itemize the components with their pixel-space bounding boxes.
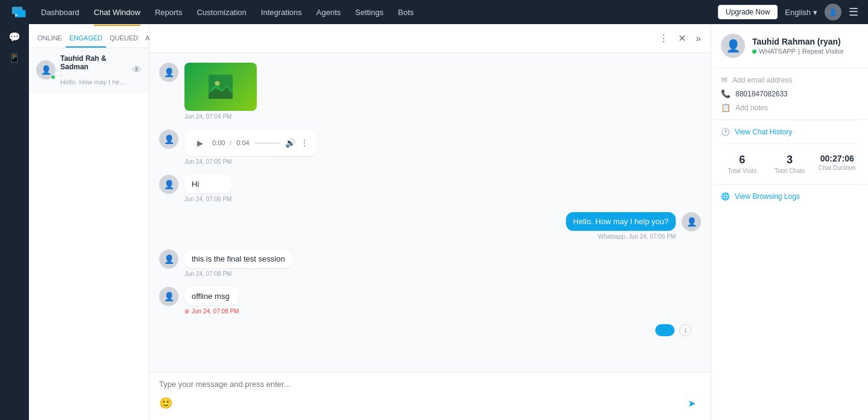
message-content-audio: ▶ 0:00 / 0:04 🔊 ⋮ Jun 24, 07:05 PM bbox=[184, 130, 317, 165]
sidebar-chat-icon[interactable]: 💬 bbox=[8, 31, 20, 43]
sender-avatar: 👤 bbox=[159, 63, 178, 82]
toolbar-more-icon[interactable]: ⋮ bbox=[656, 30, 671, 46]
visitor-name: Tauhid Rahman (ryan) bbox=[752, 37, 844, 46]
view-logs-label: View Browsing Logs bbox=[735, 192, 800, 201]
whatsapp-status-dot bbox=[752, 49, 756, 54]
message-test: 👤 this is the final test session Jun 24,… bbox=[159, 249, 701, 277]
nav-settings[interactable]: Settings bbox=[355, 5, 383, 19]
message-bubble-outgoing: Hello. How may I help you? bbox=[566, 212, 676, 231]
visitor-phone-row: 📞 8801847082633 bbox=[721, 89, 858, 98]
message-outgoing: 👤 Hello. How may I help you? Whatsapp, J… bbox=[159, 212, 701, 240]
audio-more-icon[interactable]: ⋮ bbox=[300, 138, 309, 148]
message-hi: 👤 Hi Jun 24, 07:06 PM bbox=[159, 175, 701, 202]
stats-section: 6 Total Visits 3 Total Chats 00:27:06 Ch… bbox=[711, 144, 868, 184]
total-chats-value: 3 bbox=[787, 154, 793, 166]
message-offline: 👤 offline msg ⊗ Jun 24, 07:08 PM bbox=[159, 287, 701, 315]
chat-list-tabs: ONLINE ENGAGED QUEUED AGENT bbox=[29, 24, 149, 48]
sender-avatar-hi: 👤 bbox=[159, 175, 178, 194]
nav-dashboard[interactable]: Dashboard bbox=[41, 5, 80, 19]
nav-bots[interactable]: Bots bbox=[398, 5, 414, 19]
user-avatar[interactable]: 👤 bbox=[825, 4, 841, 20]
chat-input-area: 🙂 ➤ bbox=[149, 372, 711, 420]
icon-sidebar: 💬 📱 bbox=[0, 24, 29, 420]
nav-agents[interactable]: Agents bbox=[316, 5, 341, 19]
logs-icon: 🌐 bbox=[721, 192, 730, 201]
message-content-offline: offline msg ⊗ Jun 24, 07:08 PM bbox=[184, 287, 239, 315]
phone-icon: 📞 bbox=[721, 89, 731, 98]
chat-item-preview: - bbox=[60, 71, 127, 78]
chat-main-area: ⋮ ✕ » 👤 Jun 24, 07:04 PM bbox=[149, 24, 711, 420]
language-label: English bbox=[785, 8, 811, 17]
message-content-image: Jun 24, 07:04 PM bbox=[184, 63, 257, 120]
message-outgoing-time: Whatsapp, Jun 24, 07:06 PM bbox=[566, 233, 676, 240]
sender-avatar-test: 👤 bbox=[159, 249, 178, 269]
view-chat-history-btn[interactable]: 🕐 View Chat History bbox=[711, 121, 868, 143]
message-time: Jun 24, 07:04 PM bbox=[184, 113, 257, 120]
audio-duration: 0:04 bbox=[236, 139, 249, 146]
sidebar-whatsapp-icon[interactable]: 📱 bbox=[8, 52, 20, 64]
visitor-avatar: 👤 bbox=[721, 34, 745, 58]
visitor-email-placeholder[interactable]: Add email address bbox=[732, 76, 792, 84]
view-browsing-logs-btn[interactable]: 🌐 View Browsing Logs bbox=[711, 185, 868, 208]
audio-progress-bar[interactable] bbox=[254, 142, 280, 144]
tab-queued[interactable]: QUEUED bbox=[106, 30, 142, 48]
online-indicator bbox=[51, 75, 55, 80]
stat-total-chats: 3 Total Chats bbox=[769, 154, 811, 174]
message-audio: 👤 ▶ 0:00 / 0:04 🔊 ⋮ Jun 24, 07:05 PM bbox=[159, 130, 701, 165]
tab-engaged[interactable]: ENGAGED bbox=[66, 30, 106, 48]
total-visits-label: Total Visits bbox=[728, 168, 757, 174]
menu-icon[interactable]: ☰ bbox=[849, 5, 858, 19]
offline-icon: ⊗ bbox=[184, 308, 189, 315]
chat-item-name: Tauhid Rah & Sadman bbox=[60, 54, 127, 71]
right-panel: 👤 Tauhid Rahman (ryan) WHATSAPP | Repeat… bbox=[711, 24, 868, 420]
nav-chat-window[interactable]: Chat Window bbox=[94, 5, 140, 19]
chat-input-field[interactable] bbox=[159, 380, 701, 389]
chat-item-watch-icon[interactable]: 👁 bbox=[132, 64, 142, 75]
stats-row: 6 Total Visits 3 Total Chats 00:27:06 Ch… bbox=[721, 154, 858, 174]
message-bubble-offline: offline msg bbox=[184, 287, 239, 306]
top-navigation: Dashboard Chat Window Reports Customizat… bbox=[0, 0, 868, 24]
chat-item-last-msg: Hello. How may I help you?... bbox=[60, 78, 127, 86]
total-visits-value: 6 bbox=[739, 154, 745, 166]
nav-reports[interactable]: Reports bbox=[155, 5, 183, 19]
emoji-icon[interactable]: 🙂 bbox=[159, 396, 172, 410]
message-content-test: this is the final test session Jun 24, 0… bbox=[184, 249, 292, 277]
chat-toolbar: ⋮ ✕ » bbox=[149, 24, 711, 53]
chat-duration-label: Chat Duration bbox=[819, 165, 856, 171]
view-history-label: View Chat History bbox=[735, 128, 792, 136]
stat-chat-duration: 00:27:06 Chat Duration bbox=[816, 154, 858, 174]
message-hi-time: Jun 24, 07:06 PM bbox=[184, 196, 231, 202]
audio-player: ▶ 0:00 / 0:04 🔊 ⋮ bbox=[184, 130, 317, 156]
message-image: 👤 Jun 24, 07:04 PM bbox=[159, 63, 701, 120]
nav-customization[interactable]: Customization bbox=[197, 5, 246, 19]
visitor-info-section: ✉ Add email address 📞 8801847082633 📋 Ad… bbox=[711, 68, 868, 120]
total-chats-label: Total Chats bbox=[775, 168, 805, 174]
message-image-preview bbox=[184, 63, 257, 111]
audio-play-button[interactable]: ▶ bbox=[193, 136, 207, 150]
visitor-type: Repeat Visitor bbox=[802, 48, 844, 55]
visitor-notes-placeholder[interactable]: Add notes bbox=[735, 104, 768, 112]
upgrade-button[interactable]: Upgrade Now bbox=[718, 5, 778, 19]
visitor-details: Tauhid Rahman (ryan) WHATSAPP | Repeat V… bbox=[752, 37, 844, 55]
agent-avatar: 👤 bbox=[682, 212, 701, 231]
visitor-separator: | bbox=[798, 48, 800, 55]
sender-avatar-offline: 👤 bbox=[159, 287, 178, 306]
toolbar-close-icon[interactable]: ✕ bbox=[676, 30, 688, 46]
scroll-button[interactable] bbox=[655, 324, 675, 336]
language-arrow-icon: ▾ bbox=[813, 8, 817, 17]
chat-duration-value: 00:27:06 bbox=[820, 154, 854, 163]
chat-list-item[interactable]: 👤 Tauhid Rah & Sadman - Hello. How may I… bbox=[29, 48, 149, 92]
nav-integrations[interactable]: Integrations bbox=[261, 5, 302, 19]
sender-avatar-audio: 👤 bbox=[159, 130, 178, 149]
nav-right: Upgrade Now English ▾ 👤 ☰ bbox=[718, 4, 858, 20]
audio-volume-icon[interactable]: 🔊 bbox=[285, 138, 295, 148]
message-content-hi: Hi Jun 24, 07:06 PM bbox=[184, 175, 231, 202]
send-button[interactable]: ➤ bbox=[682, 393, 701, 413]
language-selector[interactable]: English ▾ bbox=[785, 8, 817, 17]
toolbar-expand-icon[interactable]: » bbox=[693, 31, 703, 46]
history-icon: 🕐 bbox=[721, 128, 730, 136]
tab-online[interactable]: ONLINE bbox=[34, 30, 66, 48]
scroll-down-icon[interactable]: ↓ bbox=[679, 324, 691, 336]
audio-separator: / bbox=[230, 140, 231, 146]
chat-list-panel: ONLINE ENGAGED QUEUED AGENT 👤 Tauhid Rah… bbox=[29, 24, 149, 420]
